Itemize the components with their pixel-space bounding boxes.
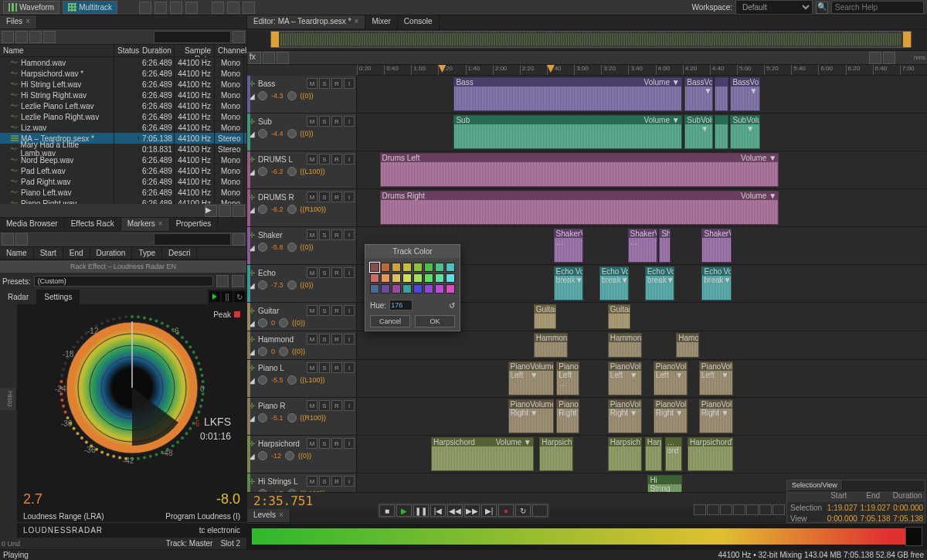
color-swatch[interactable] bbox=[370, 263, 379, 272]
audio-clip[interactable]: Shaker …Volume ▼ bbox=[628, 229, 657, 263]
track-lane[interactable]: HarpsichordVolume ▼HarpsichVolume ▼Harps… bbox=[357, 436, 927, 473]
volume-knob[interactable] bbox=[258, 451, 267, 460]
audio-clip[interactable]: …ord bbox=[665, 437, 682, 471]
snap-toggle[interactable] bbox=[869, 52, 881, 64]
monitor-button[interactable]: I bbox=[344, 362, 355, 373]
zoom-full[interactable] bbox=[720, 504, 732, 515]
audio-clip[interactable]: Piano Left … bbox=[556, 361, 579, 395]
audio-clip[interactable]: Hammond bbox=[534, 333, 568, 358]
volume-knob[interactable] bbox=[258, 129, 267, 138]
snap-options[interactable] bbox=[883, 52, 895, 64]
audio-clip[interactable]: Piano RightVolume ▼ bbox=[699, 399, 733, 433]
record-arm-button[interactable]: R bbox=[331, 229, 342, 240]
audio-clip[interactable]: Guitar bbox=[534, 304, 557, 329]
overview-navigator[interactable] bbox=[247, 29, 927, 51]
record-arm-button[interactable]: R bbox=[331, 78, 342, 89]
files-tab[interactable]: Files× bbox=[0, 15, 37, 29]
audio-clip[interactable]: Hammond bbox=[608, 333, 642, 358]
close-file-button[interactable] bbox=[29, 31, 42, 43]
audio-clip[interactable]: Echo breakVolume ▼ bbox=[599, 266, 629, 300]
volume-knob[interactable] bbox=[258, 413, 267, 423]
import-button[interactable] bbox=[15, 31, 28, 43]
mute-button[interactable]: M bbox=[307, 154, 317, 165]
file-loop-button[interactable] bbox=[219, 205, 231, 217]
volume-knob[interactable] bbox=[258, 347, 267, 356]
fx-toggle[interactable]: fx bbox=[249, 52, 261, 64]
file-row[interactable]: Mary Had a Little Lamb.wav0:18.83144100 … bbox=[0, 144, 246, 154]
color-swatch[interactable] bbox=[435, 284, 444, 294]
solo-button[interactable]: S bbox=[319, 362, 330, 373]
pan-knob[interactable] bbox=[287, 129, 297, 138]
pan-knob[interactable] bbox=[287, 205, 297, 214]
zoom-reset-v[interactable] bbox=[772, 504, 785, 515]
rewind-button[interactable]: ◀◀ bbox=[447, 504, 463, 517]
file-play-button[interactable]: ▶ bbox=[205, 205, 217, 217]
audio-clip[interactable]: Hi String Left bbox=[647, 475, 681, 492]
audio-clip[interactable]: Piano LeftVolume ▼ bbox=[654, 361, 688, 395]
record-arm-button[interactable]: R bbox=[331, 116, 342, 127]
solo-button[interactable]: S bbox=[319, 400, 330, 411]
audio-clip[interactable] bbox=[715, 77, 728, 111]
radar-pause-button[interactable]: || bbox=[222, 291, 233, 302]
audio-clip[interactable]: Piano RightVolume ▼ bbox=[608, 399, 642, 433]
monitor-button[interactable]: I bbox=[344, 400, 355, 411]
audio-clip[interactable]: Shaker bbox=[659, 229, 671, 263]
color-swatch[interactable] bbox=[435, 273, 444, 283]
record-arm-button[interactable]: R bbox=[331, 400, 342, 411]
pan-knob[interactable] bbox=[287, 413, 297, 423]
eq-toggle[interactable] bbox=[277, 52, 289, 64]
search-help-input[interactable] bbox=[831, 1, 924, 14]
record-arm-button[interactable]: R bbox=[331, 154, 342, 165]
color-swatch[interactable] bbox=[424, 284, 433, 294]
pan-knob[interactable] bbox=[279, 347, 288, 356]
mute-button[interactable]: M bbox=[307, 192, 317, 202]
zoom-sel[interactable] bbox=[733, 504, 745, 515]
monitor-button[interactable]: I bbox=[344, 476, 355, 487]
panel-tab[interactable]: Effects Rack bbox=[65, 218, 121, 231]
tool-lasso[interactable] bbox=[227, 2, 239, 14]
radar-loop-button[interactable]: ↻ bbox=[234, 291, 245, 302]
panel-tab[interactable]: Media Browser bbox=[0, 218, 65, 231]
pan-knob[interactable] bbox=[287, 489, 297, 492]
volume-knob[interactable] bbox=[258, 205, 267, 214]
tool-marquee[interactable] bbox=[212, 2, 224, 14]
audio-clip[interactable]: Hamond bbox=[676, 333, 699, 358]
audio-clip[interactable]: BassVolume ▼ bbox=[730, 77, 759, 111]
next-button[interactable]: ▶| bbox=[481, 504, 497, 517]
solo-button[interactable]: S bbox=[319, 305, 330, 316]
tool-time-select[interactable] bbox=[185, 2, 198, 14]
file-row[interactable]: Lezlie Piano Left.wav6:26.48944100 HzMon… bbox=[0, 100, 246, 111]
audio-clip[interactable]: Piano RightVolume ▼ bbox=[654, 399, 688, 433]
file-row[interactable]: Piano Left.wav6:26.48944100 HzMono bbox=[0, 187, 246, 198]
color-swatch[interactable] bbox=[381, 263, 390, 272]
file-row[interactable]: Pad Right.wav6:26.48944100 HzMono bbox=[0, 176, 246, 187]
audio-clip[interactable]: HarpsichordVolume ▼ bbox=[431, 437, 534, 471]
workspace-dropdown[interactable]: Default bbox=[735, 0, 813, 15]
file-row[interactable]: Lezlie Piano Right.wav6:26.48944100 HzMo… bbox=[0, 111, 246, 122]
track-lane[interactable]: Drums RightVolume ▼ bbox=[357, 189, 927, 226]
audio-clip[interactable]: Echo breakVolume ▼ bbox=[554, 266, 583, 300]
monitor-button[interactable]: I bbox=[344, 78, 355, 89]
color-swatch[interactable] bbox=[413, 263, 423, 272]
record-arm-button[interactable]: R bbox=[331, 334, 342, 344]
monitor-button[interactable]: I bbox=[344, 334, 355, 344]
track-lane[interactable]: SubVolume ▼SubVolume ▼SubVolume ▼ bbox=[357, 114, 927, 151]
audio-clip[interactable]: Echo breakVolume ▼ bbox=[645, 266, 674, 300]
play-button[interactable]: ▶ bbox=[396, 504, 412, 517]
monitor-button[interactable]: I bbox=[344, 438, 355, 449]
file-filter-input[interactable] bbox=[154, 31, 231, 43]
monitor-button[interactable]: I bbox=[344, 267, 355, 278]
mute-button[interactable]: M bbox=[307, 116, 317, 127]
color-swatch[interactable] bbox=[446, 263, 455, 272]
record-arm-button[interactable]: R bbox=[331, 267, 342, 278]
audio-clip[interactable]: HarpsichVolume ▼ bbox=[608, 437, 642, 471]
color-swatch[interactable] bbox=[392, 284, 401, 294]
file-row[interactable]: Piano Right.wav6:26.48944100 HzMono bbox=[0, 198, 246, 204]
color-swatch[interactable] bbox=[435, 263, 444, 272]
color-swatch[interactable] bbox=[392, 273, 401, 283]
history-panel-tab[interactable]: Histo bbox=[0, 388, 17, 410]
pan-knob[interactable] bbox=[287, 167, 297, 176]
reset-hue-icon[interactable]: ↺ bbox=[449, 301, 455, 310]
track-lane[interactable]: HammondHammondHamond bbox=[357, 331, 927, 359]
loop-button[interactable]: ↻ bbox=[515, 504, 531, 517]
